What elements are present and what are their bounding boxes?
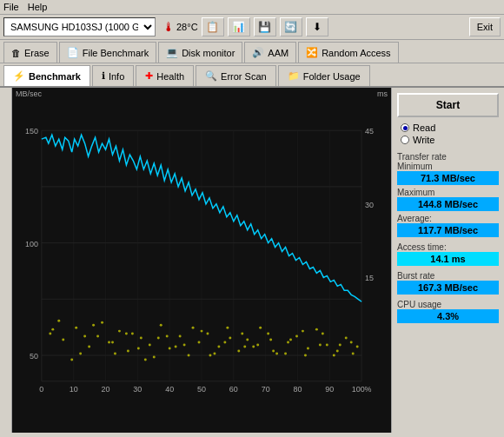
svg-text:30: 30 <box>133 385 142 394</box>
svg-point-39 <box>108 341 110 344</box>
svg-text:0: 0 <box>39 385 43 394</box>
svg-point-75 <box>209 354 211 356</box>
svg-point-49 <box>206 333 209 335</box>
tab-erase[interactable]: 🗑 Erase <box>3 42 57 63</box>
start-button[interactable]: Start <box>397 93 499 117</box>
svg-point-82 <box>319 344 322 347</box>
tab-diskmonitor[interactable]: 💻 Disk monitor <box>158 42 242 63</box>
cpu-usage-value: 4.3% <box>397 309 499 323</box>
svg-text:50: 50 <box>197 385 206 394</box>
svg-point-74 <box>192 327 195 329</box>
svg-text:20: 20 <box>102 385 110 394</box>
svg-point-103 <box>339 344 342 347</box>
svg-point-51 <box>226 327 229 329</box>
svg-point-89 <box>125 333 128 335</box>
tab-benchmark[interactable]: ⚡ Benchmark <box>3 65 90 86</box>
filebench-icon: 📄 <box>67 47 79 58</box>
tab-filebenchmark[interactable]: 📄 File Benchmark <box>59 42 156 63</box>
tab-health[interactable]: ✚ Health <box>136 65 194 86</box>
svg-point-72 <box>157 337 160 340</box>
svg-text:70: 70 <box>262 385 270 394</box>
svg-point-40 <box>118 330 121 333</box>
svg-point-99 <box>272 350 275 353</box>
burst-rate-label: Burst rate <box>397 271 499 281</box>
tabbar2: ⚡ Benchmark ℹ Info ✚ Health 🔍 Error Scan… <box>0 63 504 88</box>
write-radio[interactable]: Write <box>401 135 499 145</box>
svg-point-90 <box>137 348 140 350</box>
main-content: MB/sec ms 150 100 50 <box>0 88 504 433</box>
svg-point-52 <box>237 350 240 353</box>
tab-aam[interactable]: 🔊 AAM <box>244 42 296 63</box>
erase-icon: 🗑 <box>11 48 21 58</box>
minimum-label: Minimum <box>397 162 499 171</box>
toolbar-btn-2[interactable]: 📊 <box>228 17 250 36</box>
svg-text:90: 90 <box>325 385 334 394</box>
chart-area: MB/sec ms 150 100 50 <box>12 88 391 433</box>
svg-text:45: 45 <box>365 127 374 136</box>
temperature-display: 🌡 28°C <box>162 20 198 34</box>
svg-point-77 <box>241 333 243 335</box>
transfer-rate-label: Transfer rate <box>397 152 499 162</box>
svg-point-41 <box>127 350 129 353</box>
benchmark-chart: 150 100 50 45 30 15 0 10 20 30 40 50 60 … <box>16 91 388 429</box>
svg-point-55 <box>267 333 269 335</box>
svg-text:40: 40 <box>165 385 174 394</box>
svg-text:15: 15 <box>365 274 374 282</box>
svg-point-78 <box>252 346 255 348</box>
svg-point-94 <box>201 330 203 333</box>
svg-text:50: 50 <box>30 352 38 361</box>
tab-errorscan[interactable]: 🔍 Error Scan <box>196 65 276 86</box>
svg-point-44 <box>160 324 162 327</box>
menu-file[interactable]: File <box>3 2 19 12</box>
svg-point-84 <box>350 341 353 344</box>
right-panel: Start Read Write Transfer rate Minimum 7… <box>391 88 504 433</box>
svg-point-42 <box>140 337 143 340</box>
svg-point-50 <box>217 346 220 348</box>
cpu-usage-section: CPU usage 4.3% <box>397 300 499 323</box>
svg-point-35 <box>62 339 64 341</box>
svg-point-46 <box>179 335 182 338</box>
svg-point-59 <box>307 348 309 350</box>
read-radio[interactable]: Read <box>401 122 499 133</box>
randomaccess-icon: 🔀 <box>306 47 318 58</box>
y-axis-mbs-label: MB/sec <box>16 89 42 98</box>
svg-point-64 <box>356 346 359 348</box>
svg-point-69 <box>114 353 116 355</box>
read-radio-circle <box>401 123 409 132</box>
toolbar-btn-3[interactable]: 💾 <box>254 17 276 36</box>
svg-point-96 <box>229 337 231 340</box>
minimum-value: 71.3 MB/sec <box>397 171 499 185</box>
drive-select[interactable]: SAMSUNG HD103SJ (1000 GB) <box>3 17 156 36</box>
svg-point-36 <box>75 327 77 329</box>
svg-point-92 <box>166 335 169 338</box>
tab-folderusage[interactable]: 📁 Folder Usage <box>278 65 370 86</box>
menubar: File Help <box>0 0 504 15</box>
maximum-value: 144.8 MB/sec <box>397 197 499 211</box>
thermometer-icon: 🌡 <box>162 20 175 34</box>
svg-point-79 <box>269 339 272 341</box>
menu-help[interactable]: Help <box>28 2 48 12</box>
svg-text:30: 30 <box>365 201 374 209</box>
svg-point-47 <box>188 354 190 356</box>
svg-text:100%: 100% <box>352 385 372 394</box>
svg-point-81 <box>302 330 304 333</box>
svg-point-57 <box>287 341 289 344</box>
toolbar-btn-5[interactable]: ⬇ <box>306 17 328 36</box>
toolbar-btn-4[interactable]: 🔄 <box>280 17 302 36</box>
health-icon: ✚ <box>145 70 153 82</box>
tab-randomaccess[interactable]: 🔀 Random Access <box>298 42 398 63</box>
svg-point-56 <box>275 353 278 355</box>
diskmonitor-icon: 💻 <box>166 47 178 58</box>
benchmark-icon: ⚡ <box>13 70 25 82</box>
burst-rate-section: Burst rate 167.3 MB/sec <box>397 271 499 295</box>
aam-icon: 🔊 <box>252 47 264 58</box>
svg-text:150: 150 <box>25 127 38 136</box>
read-label: Read <box>413 122 435 133</box>
exit-button[interactable]: Exit <box>469 17 501 36</box>
maximum-label: Maximum <box>397 188 499 197</box>
svg-point-53 <box>246 339 249 341</box>
tab-info[interactable]: ℹ Info <box>92 65 134 86</box>
svg-point-76 <box>223 341 226 344</box>
average-value: 117.7 MB/sec <box>397 223 499 237</box>
toolbar-btn-1[interactable]: 📋 <box>202 17 224 36</box>
